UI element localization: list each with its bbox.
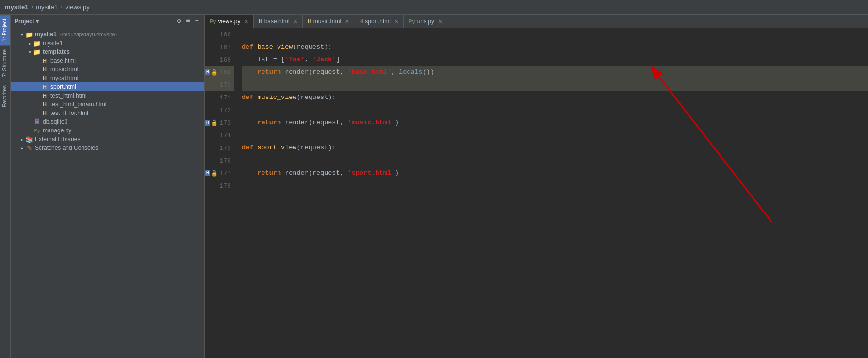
paren-close-177: ) — [395, 169, 399, 177]
line-num-text-170: 170 — [220, 81, 231, 89]
code-content[interactable]: def base_view(request): lst = ['Tom', 'J… — [234, 28, 868, 358]
tab-music-html[interactable]: H music.html × — [303, 15, 354, 28]
label-mycal-html: mycal.html — [50, 75, 78, 81]
sep2: › — [60, 3, 64, 11]
settings-icon[interactable]: ⚙ — [176, 16, 182, 26]
paren-close-173: ) — [395, 119, 399, 126]
line-num-169: 169 H 🔒 — [205, 66, 234, 79]
arrow-scratches: ▸ — [18, 146, 25, 151]
layout-icon[interactable]: ≡ — [184, 16, 191, 26]
paren-close-167: ): — [324, 43, 332, 50]
label-scratches: Scratches and Consoles — [35, 145, 98, 151]
tree-item-test-if-for[interactable]: H test_if_for.html — [11, 109, 204, 117]
kw-def-167: def — [242, 43, 253, 50]
tab-close-sport[interactable]: × — [394, 17, 398, 25]
code-line-166 — [242, 28, 868, 41]
tree-item-db-sqlite3[interactable]: 🗄 db.sqlite3 — [11, 117, 204, 126]
bookmark-icon-173: H 🔒 — [205, 119, 218, 127]
kw-return-173: return — [257, 119, 281, 126]
tab-label-sport: sport.html — [365, 18, 391, 25]
tree-item-scratches[interactable]: ▸ ✎ Scratches and Consoles — [11, 144, 204, 152]
label-manage-py: manage.py — [43, 127, 71, 134]
html-icon-sport: H — [41, 83, 49, 90]
path-hint-mysite1: ~/tedu/vip/day02/mysite1 — [59, 32, 118, 37]
label-music-html: music.html — [50, 66, 78, 73]
label-test-html-param: test_html_param.html — [50, 101, 106, 108]
label-ext-lib: External Libraries — [35, 136, 80, 143]
breadcrumb-file: views.py — [66, 3, 90, 11]
tree-item-test-html-param[interactable]: H test_html_param.html — [11, 100, 204, 109]
line-num-174: 174 — [205, 129, 234, 142]
line-num-text-171: 171 — [220, 94, 231, 101]
html-icon-mycal: H — [41, 75, 49, 81]
line-num-text-167: 167 — [220, 44, 231, 51]
code-editor-wrapper: 166 167 168 169 H 🔒 — [205, 28, 868, 358]
fn-render-169: render( — [285, 68, 312, 76]
tree-item-test-html[interactable]: H test_html.html — [11, 91, 204, 100]
line-num-text-173: 173 — [220, 119, 231, 127]
code-line-168: lst = ['Tom', 'Jack'] — [242, 53, 868, 66]
code-line-176 — [242, 154, 868, 167]
tree-item-mysite1-sub[interactable]: ▸ 📁 mysite1 — [11, 39, 204, 48]
comma2-169: , — [340, 68, 348, 76]
paren-171: ( — [296, 94, 300, 101]
arg-request-167: request — [296, 43, 324, 50]
tab-structure-vertical[interactable]: 7: Structure — [0, 45, 10, 81]
tab-close-base[interactable]: × — [294, 17, 297, 25]
line-num-text-169: 169 — [220, 69, 231, 76]
minimize-icon[interactable]: − — [194, 16, 200, 26]
folder-icon-templates: 📁 — [33, 49, 41, 55]
tab-close-urls[interactable]: × — [438, 17, 442, 25]
code-line-175: def sport_view(request): — [242, 142, 868, 154]
html-icon-base: H — [41, 57, 49, 64]
code-line-170 — [242, 79, 868, 91]
code-line-171: def music_view(request): — [242, 91, 868, 104]
tree-item-templates[interactable]: ▾ 📁 templates — [11, 48, 204, 56]
line-num-text-172: 172 — [220, 107, 231, 114]
tab-close-music[interactable]: × — [345, 17, 349, 25]
label-test-html: test_html.html — [50, 92, 87, 99]
eq-168: = [ — [273, 56, 285, 63]
line-num-170: 170 — [205, 79, 234, 91]
line-num-168: 168 — [205, 53, 234, 66]
tree-item-ext-lib[interactable]: ▸ 📚 External Libraries — [11, 135, 204, 144]
code-container[interactable]: 166 167 168 169 H 🔒 — [205, 28, 868, 358]
tab-favorites-vertical[interactable]: Favorites — [0, 81, 10, 111]
code-line-173: return render(request, 'music.html') — [242, 116, 868, 129]
tab-sport-html[interactable]: H sport.html × — [354, 15, 404, 28]
tab-icon-urls: Py — [409, 18, 415, 24]
tree-item-mycal-html[interactable]: H mycal.html — [11, 74, 204, 82]
tree-item-mysite1-root[interactable]: ▾ 📁 mysite1 ~/tedu/vip/day02/mysite1 — [11, 30, 204, 39]
arg-request-169: request — [312, 68, 340, 76]
kw-return-177: return — [257, 169, 281, 177]
tab-project-vertical[interactable]: 1: Project — [0, 15, 10, 45]
str-base-html-169: 'base.html' — [348, 68, 391, 76]
bookmark-icon-177: H 🔒 — [205, 170, 218, 177]
line-num-text-168: 168 — [220, 56, 231, 64]
folder-icon-mysite1: 📁 — [25, 31, 33, 38]
line-num-177: 177 H 🔒 — [205, 167, 234, 179]
tab-views-py[interactable]: Py views.py × — [205, 15, 254, 28]
fn-sport-view: sport_view — [257, 144, 296, 151]
tree-item-music-html[interactable]: H music.html — [11, 65, 204, 74]
line-number-gutter: 166 167 168 169 H 🔒 — [205, 28, 234, 358]
tree-item-base-html[interactable]: H base.html — [11, 56, 204, 65]
fn-render-177: render( — [285, 169, 312, 177]
line-num-167: 167 — [205, 41, 234, 53]
tree-item-manage-py[interactable]: Py manage.py — [11, 126, 204, 135]
folder-icon-mysite1-sub: 📁 — [33, 40, 41, 47]
code-line-174 — [242, 129, 868, 142]
tab-icon-views: Py — [210, 18, 216, 24]
tree-item-sport-html[interactable]: H sport.html — [11, 82, 204, 91]
tab-close-views[interactable]: × — [244, 17, 248, 25]
tab-label-music: music.html — [313, 18, 341, 25]
code-line-178 — [242, 179, 868, 192]
str-jack: 'Jack' — [312, 56, 336, 63]
comma-168: , — [305, 56, 312, 63]
tab-urls-py[interactable]: Py urls.py × — [404, 15, 447, 28]
tab-base-html[interactable]: H base.html × — [254, 15, 303, 28]
code-line-167: def base_view(request): — [242, 41, 868, 53]
line-num-176: 176 — [205, 154, 234, 167]
line-num-172: 172 — [205, 104, 234, 116]
sep1: › — [30, 3, 34, 11]
